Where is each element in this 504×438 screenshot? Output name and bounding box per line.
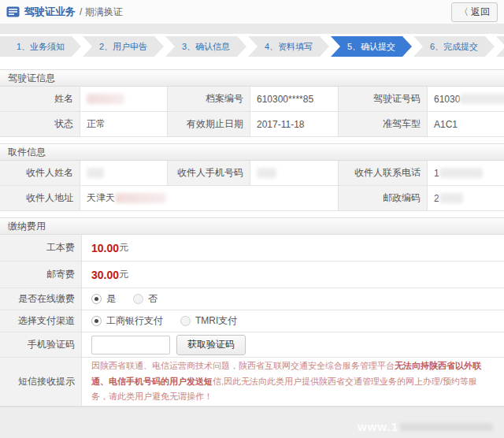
sms-hint-label: 短信接收提示 <box>0 358 82 406</box>
online-pay-label: 是否在线缴费 <box>0 288 82 310</box>
address-value: 天津天 <box>80 186 339 211</box>
address-prefix: 天津天 <box>87 191 115 205</box>
spacer <box>0 211 504 217</box>
step-2-user-declaration[interactable]: 2、用户申告 <box>83 36 164 57</box>
vehicle-type-label: 准驾车型 <box>339 112 428 137</box>
section-header-fees: 缴纳费用 <box>0 217 504 235</box>
top-bar: 驾驶证业务 / 期满换证 〈返回 <box>0 0 504 24</box>
recipient-phone-value: 1 <box>428 161 504 186</box>
file-no-label: 档案编号 <box>168 87 250 112</box>
postcode-label: 邮政编码 <box>339 186 428 211</box>
step-5-confirm-submit[interactable]: 5、确认提交 <box>331 36 412 57</box>
status-label: 状态 <box>0 112 80 137</box>
radio-checked-icon[interactable] <box>91 316 102 326</box>
pickup-info-table: 收件人姓名 收件人手机号码 收件人联系电话 1 收件人地址 天津天 邮政编码 2 <box>0 161 504 211</box>
get-captcha-button[interactable]: 获取验证码 <box>176 335 246 355</box>
captcha-input[interactable] <box>91 336 170 354</box>
channel-tmri-label: TMRI支付 <box>195 314 237 328</box>
chevron-left-icon: 〈 <box>459 6 469 17</box>
back-button[interactable]: 〈返回 <box>451 2 498 22</box>
redacted-recipient-phone <box>439 168 483 178</box>
online-pay-no-option[interactable]: 否 <box>133 292 158 306</box>
redacted-recipient-name <box>87 168 104 178</box>
production-fee-label: 工本费 <box>0 235 82 262</box>
section-header-pickup-info: 取件信息 <box>0 143 504 161</box>
postcode-value: 2 <box>428 186 504 211</box>
online-pay-yes-option[interactable]: 是 <box>91 292 116 306</box>
spacer <box>0 57 504 69</box>
breadcrumb: / 期满换证 <box>80 6 123 19</box>
status-value: 正常 <box>80 112 168 137</box>
expiry-label: 有效期止日期 <box>168 112 250 137</box>
recipient-phone-label: 收件人联系电话 <box>339 161 428 186</box>
license-renewal-page: 驾驶证业务 / 期满换证 〈返回 1、业务须知 2、用户申告 3、确认信息 4、… <box>0 0 504 438</box>
payment-channel-label: 选择支付渠道 <box>0 310 82 332</box>
step-1-business-notice[interactable]: 1、业务须知 <box>0 36 81 57</box>
vehicle-type-value: A1C1 <box>428 112 504 137</box>
payment-channel-options: 工商银行支付 TMRI支付 <box>82 310 504 332</box>
expiry-value: 2017-11-18 <box>250 112 339 137</box>
recipient-name-label: 收件人姓名 <box>0 161 80 186</box>
radio-unchecked-icon[interactable] <box>180 316 191 326</box>
sms-hint-normal: 因陕西省联通、电信运营商技术问题，陕西省互联网交通安全综合服务管理平台 <box>91 361 395 370</box>
name-label: 姓名 <box>0 87 80 112</box>
mailing-fee-label: 邮寄费 <box>0 262 82 288</box>
redacted-postcode <box>439 193 463 203</box>
license-no-prefix: 61030 <box>434 94 460 105</box>
recipient-name-value <box>80 161 168 186</box>
radio-checked-icon[interactable] <box>91 294 102 304</box>
fees-table: 工本费 10.00元 邮寄费 30.00元 是否在线缴费 是 否 选择支付渠道 … <box>0 235 504 406</box>
watermark: www.1 <box>358 420 493 433</box>
channel-icbc-label: 工商银行支付 <box>106 314 163 328</box>
license-no-value: 61030( <box>428 87 504 112</box>
address-label: 收件人地址 <box>0 186 80 211</box>
redacted-address <box>115 193 166 203</box>
spacer <box>0 137 504 143</box>
license-info-table: 姓名 档案编号 610300****85 驾驶证号码 61030( 状态 正常 … <box>0 87 504 137</box>
name-value <box>80 87 168 112</box>
channel-tmri-option[interactable]: TMRI支付 <box>180 314 237 328</box>
postcode-prefix: 2 <box>434 193 439 204</box>
page-title: 驾驶证业务 <box>24 5 76 19</box>
online-pay-no-label: 否 <box>148 292 158 306</box>
step-wizard: 1、业务须知 2、用户申告 3、确认信息 4、资料填写 5、确认提交 6、完成提… <box>0 36 504 57</box>
production-fee-value: 10.00元 <box>82 235 504 262</box>
back-button-label: 返回 <box>471 6 490 17</box>
section-header-license-info: 驾驶证信息 <box>0 69 504 87</box>
redacted-name <box>87 94 124 104</box>
watermark-faded-rest <box>400 423 493 431</box>
radio-unchecked-icon[interactable] <box>133 294 143 304</box>
online-pay-yes-label: 是 <box>106 292 116 306</box>
sms-hint-text: 因陕西省联通、电信运营商技术问题，陕西省互联网交通安全综合服务管理平台无法向持陕… <box>82 354 504 410</box>
captcha-label: 手机验证码 <box>0 332 82 358</box>
step-3-confirm-info[interactable]: 3、确认信息 <box>165 36 246 57</box>
recipient-mobile-value <box>250 161 339 186</box>
step-4-fill-materials[interactable]: 4、资料填写 <box>248 36 329 57</box>
online-pay-options: 是 否 <box>82 288 504 310</box>
divider-band <box>0 24 504 34</box>
file-no-value: 610300****85 <box>250 87 339 112</box>
currency-unit: 元 <box>119 241 128 254</box>
mailing-fee-value: 30.00元 <box>82 262 504 288</box>
currency-unit: 元 <box>119 268 128 281</box>
redacted-license-no <box>460 94 504 104</box>
step-bar-filler <box>496 36 504 57</box>
production-fee-amount: 10.00 <box>91 242 119 254</box>
license-no-label: 驾驶证号码 <box>339 87 428 112</box>
step-6-complete-submit[interactable]: 6、完成提交 <box>413 36 495 57</box>
watermark-text: www.1 <box>358 420 398 433</box>
footer-area: www.1 <box>0 406 504 438</box>
mailing-fee-amount: 30.00 <box>91 269 119 281</box>
recipient-phone-prefix: 1 <box>434 168 439 179</box>
sms-hint-cell: 因陕西省联通、电信运营商技术问题，陕西省互联网交通安全综合服务管理平台无法向持陕… <box>82 358 504 406</box>
channel-icbc-option[interactable]: 工商银行支付 <box>91 314 163 328</box>
recipient-mobile-label: 收件人手机号码 <box>168 161 250 186</box>
form-list-icon <box>6 6 20 17</box>
redacted-recipient-mobile <box>257 168 276 178</box>
